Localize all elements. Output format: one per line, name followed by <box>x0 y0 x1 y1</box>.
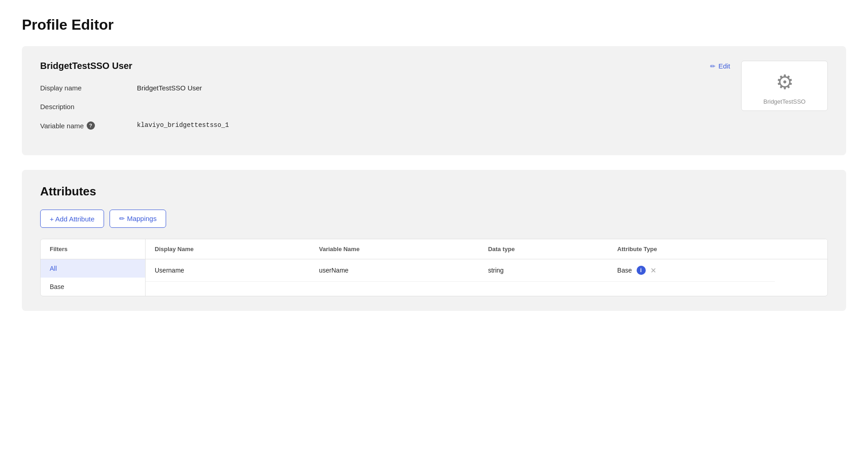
attributes-table-container: Filters All Base Display Name Variable N… <box>40 239 828 296</box>
add-attribute-button[interactable]: + Add Attribute <box>40 210 104 228</box>
table-layout: Filters All Base Display Name Variable N… <box>41 239 827 296</box>
cell-variable-name: userName <box>310 259 479 282</box>
cell-attribute-type: Base i ✕ <box>608 259 775 282</box>
col-attribute-type: Attribute Type <box>608 239 775 259</box>
attribute-type-value: Base <box>617 267 632 274</box>
attributes-table: Display Name Variable Name Data type Att… <box>146 239 827 282</box>
col-data-type: Data type <box>479 239 608 259</box>
filter-panel-header: Filters <box>41 239 145 259</box>
display-name-value: BridgetTestSSO User <box>137 84 202 92</box>
profile-name: BridgetTestSSO User <box>40 61 132 71</box>
display-name-row: Display name BridgetTestSSO User <box>40 84 730 92</box>
filter-panel: Filters All Base <box>41 239 146 296</box>
gear-icon: ⚙ <box>776 70 794 94</box>
variable-name-label: Variable name ? <box>40 121 122 130</box>
col-display-name: Display Name <box>146 239 310 259</box>
attributes-section: Attributes + Add Attribute ✏ Mappings Fi… <box>22 170 846 311</box>
description-row: Description <box>40 103 730 110</box>
cell-data-type: string <box>479 259 608 282</box>
display-name-label: Display name <box>40 84 122 92</box>
profile-header: BridgetTestSSO User ✏ Edit <box>40 61 730 71</box>
avatar-label: BridgetTestSSO <box>763 98 806 105</box>
filter-item-base[interactable]: Base <box>41 278 145 296</box>
attribute-remove-icon[interactable]: ✕ <box>650 266 656 275</box>
table-row: Username userName string Base i ✕ <box>146 259 827 282</box>
attribute-info-icon[interactable]: i <box>637 266 646 275</box>
profile-card: BridgetTestSSO User ✏ Edit Display name … <box>22 46 846 155</box>
variable-name-help-icon[interactable]: ? <box>87 121 95 130</box>
profile-avatar: ⚙ BridgetTestSSO <box>741 61 828 111</box>
attribute-type-row: Base i ✕ <box>617 266 766 275</box>
cell-display-name: Username <box>146 259 310 282</box>
edit-label: Edit <box>718 62 730 70</box>
profile-info: BridgetTestSSO User ✏ Edit Display name … <box>40 61 730 141</box>
col-variable-name: Variable Name <box>310 239 479 259</box>
variable-name-row: Variable name ? klaviyo_bridgettestsso_1 <box>40 121 730 130</box>
page-title: Profile Editor <box>22 16 846 33</box>
edit-button[interactable]: ✏ Edit <box>710 62 730 70</box>
attributes-title: Attributes <box>40 184 828 199</box>
table-header-row: Display Name Variable Name Data type Att… <box>146 239 827 259</box>
main-table-area: Display Name Variable Name Data type Att… <box>146 239 827 296</box>
mappings-button[interactable]: ✏ Mappings <box>110 210 166 228</box>
description-label: Description <box>40 103 122 110</box>
edit-icon: ✏ <box>710 63 716 70</box>
variable-name-value: klaviyo_bridgettestsso_1 <box>137 121 229 129</box>
col-actions <box>775 239 827 259</box>
filter-item-all[interactable]: All <box>41 259 145 278</box>
action-buttons: + Add Attribute ✏ Mappings <box>40 210 828 228</box>
